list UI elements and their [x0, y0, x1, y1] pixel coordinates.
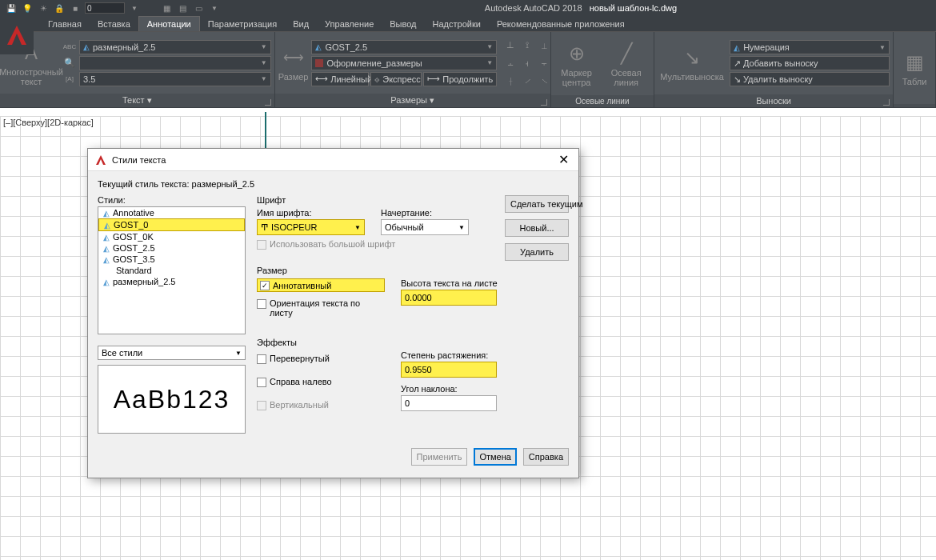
dimension-button[interactable]: ⟷ Размер [278, 45, 309, 82]
close-button[interactable]: ✕ [555, 152, 572, 167]
paper-height-label: Высота текста на листе [401, 278, 498, 288]
tab-view[interactable]: Вид [285, 17, 317, 31]
effects-group: Эффекты Перевернутый Справа налево [257, 338, 498, 422]
backwards-checkbox-row[interactable]: Справа налево [257, 377, 385, 387]
style-item[interactable]: ◭GOST_3.5 [98, 254, 245, 265]
style-item-label: GOST_0K [113, 232, 154, 242]
sun-icon[interactable]: ☀ [37, 2, 50, 14]
dialog-launcher-icon[interactable] [883, 99, 890, 106]
tab-addins[interactable]: Надстройки [425, 17, 489, 31]
chevron-down-icon[interactable]: ▼ [128, 2, 141, 14]
upside-label: Перевернутый [270, 354, 330, 363]
tab-annotations[interactable]: Аннотации [138, 16, 200, 31]
tab-manage[interactable]: Управление [317, 17, 382, 31]
text-style-combo[interactable]: ◭ размерный_2.5 ▼ [79, 40, 271, 54]
tab-featured[interactable]: Рекомендованные приложения [489, 17, 633, 31]
dim-style-combo[interactable]: ◭ GOST_2.5 ▼ [311, 40, 497, 54]
centerline-button[interactable]: ╱ Осевая линия [602, 41, 650, 87]
orientation-checkbox[interactable] [257, 299, 266, 309]
font-name-combo[interactable]: Ͳ ISOCPEUR ▼ [257, 219, 365, 235]
save-icon[interactable]: 💾 [5, 2, 18, 14]
find-combo[interactable]: ▼ [79, 56, 271, 70]
backwards-checkbox[interactable] [257, 378, 266, 387]
dim-continue-button[interactable]: ⟼ Продолжить [423, 72, 497, 86]
annotative-checkbox[interactable] [260, 281, 270, 290]
tab-output[interactable]: Вывод [382, 17, 424, 31]
dim-tool-9-icon[interactable]: ⟍ [537, 74, 551, 88]
layout-icon-2[interactable]: ▤ [176, 2, 189, 14]
dim-linear-button[interactable]: ⟷ Линейный [311, 72, 369, 86]
dim-tool-2-icon[interactable]: ⟟ [520, 38, 534, 53]
panel-title-leaders[interactable]: Выноски [654, 94, 893, 107]
style-item[interactable]: ◭размерный_2.5 [98, 276, 245, 287]
new-button[interactable]: Новый... [505, 219, 569, 237]
panel-title-dimensions[interactable]: Размеры ▾ [275, 94, 550, 107]
paper-height-input[interactable] [401, 290, 497, 306]
abc-icon[interactable]: ABC [62, 40, 77, 54]
help-button[interactable]: Справка [523, 448, 569, 466]
annotative-icon: ◭ [103, 233, 110, 242]
bigfont-checkbox-row: Использовать большой шрифт [257, 239, 498, 250]
dialog-launcher-icon[interactable] [265, 99, 271, 106]
app-logo[interactable] [0, 16, 34, 54]
lock-icon[interactable]: 🔒 [53, 2, 66, 14]
qat-input[interactable] [85, 2, 125, 14]
tab-parametric[interactable]: Параметризация [200, 17, 285, 31]
styles-list[interactable]: ◭Annotative◭GOST_0◭GOST_0K◭GOST_2.5◭GOST… [98, 206, 246, 334]
style-filter-combo[interactable]: Все стили ▼ [98, 346, 246, 360]
height-icon[interactable]: [A] [62, 72, 77, 86]
leader-style-value: Нумерация [743, 42, 790, 52]
delete-button[interactable]: Удалить [505, 243, 569, 261]
layout-icon-3[interactable]: ▭ [192, 2, 205, 14]
dim-tool-3-icon[interactable]: ⟂ [537, 38, 551, 53]
style-item[interactable]: ◭Annotative [98, 207, 245, 218]
center-mark-button[interactable]: ⊕ Маркер центра [554, 41, 599, 87]
remove-leader-button[interactable]: ↘ Удалить выноску [730, 72, 890, 86]
cancel-button[interactable]: Отмена [474, 448, 516, 466]
dim-tool-8-icon[interactable]: ⟋ [520, 74, 534, 88]
set-current-button[interactable]: Сделать текущим [505, 195, 569, 213]
dialog-launcher-icon[interactable] [541, 99, 547, 106]
swatch-icon[interactable]: ■ [69, 2, 82, 14]
chevron-down-icon: ▼ [486, 43, 493, 50]
tab-insert[interactable]: Вставка [90, 17, 138, 31]
view-label[interactable]: [–][Сверху][2D-каркас] [3, 118, 94, 127]
dim-tool-1-icon[interactable]: ⊥ [503, 38, 518, 53]
width-factor-input[interactable] [401, 362, 497, 378]
layout-icon-1[interactable]: ▦ [160, 2, 173, 14]
dim-tool-5-icon[interactable]: ⫞ [520, 56, 534, 70]
text-height-combo[interactable]: 3.5 ▼ [79, 72, 271, 86]
upside-checkbox-row[interactable]: Перевернутый [257, 354, 385, 364]
dim-express-button[interactable]: ⟐ Экспресс [370, 72, 422, 86]
dim-tool-6-icon[interactable]: ⫟ [537, 56, 551, 70]
style-item[interactable]: ◭GOST_0 [98, 218, 245, 231]
upside-checkbox[interactable] [257, 354, 266, 364]
dim-layer-combo[interactable]: Оформление_размеры ▼ [311, 56, 497, 70]
current-style-label: Текущий стиль текста: размерный_2.5 [98, 179, 569, 189]
font-style-combo[interactable]: Обычный ▼ [381, 219, 469, 235]
orientation-checkbox-row[interactable]: Ориентация текста по листу [257, 298, 385, 318]
style-item[interactable]: Standard [98, 265, 245, 276]
chevron-down-icon: ▼ [354, 224, 361, 231]
oblique-input[interactable] [401, 395, 497, 411]
apply-button: Применить [411, 448, 468, 466]
dim-tool-7-icon[interactable]: ⟊ [503, 74, 518, 88]
find-icon[interactable]: 🔍 [62, 56, 77, 70]
chevron-down-icon[interactable]: ▼ [208, 2, 221, 14]
table-button[interactable]: ▦ Табли [897, 50, 932, 86]
add-leader-button[interactable]: ↗ Добавить выноску [730, 56, 890, 70]
style-item-label: размерный_2.5 [113, 277, 176, 286]
mleader-button[interactable]: ↘ Мультивыноска [658, 45, 726, 82]
style-item[interactable]: ◭GOST_0K [98, 231, 245, 242]
style-item[interactable]: ◭GOST_2.5 [98, 242, 245, 254]
ribbon-tabs: Главная Вставка Аннотации Параметризация… [0, 16, 936, 32]
panel-title-axes[interactable]: Осевые линии [551, 95, 654, 107]
text-style-value: размерный_2.5 [93, 42, 156, 52]
panel-title-text[interactable]: Текст ▾ [0, 94, 274, 107]
dim-tool-4-icon[interactable]: ⫠ [503, 56, 518, 70]
orientation-label: Ориентация текста по листу [270, 298, 366, 318]
tab-home[interactable]: Главная [40, 17, 90, 31]
leader-style-combo[interactable]: ◭ Нумерация ▼ [730, 40, 890, 54]
bulb-icon[interactable]: 💡 [21, 2, 34, 14]
annotative-checkbox-row[interactable]: Аннотативный [257, 278, 385, 292]
